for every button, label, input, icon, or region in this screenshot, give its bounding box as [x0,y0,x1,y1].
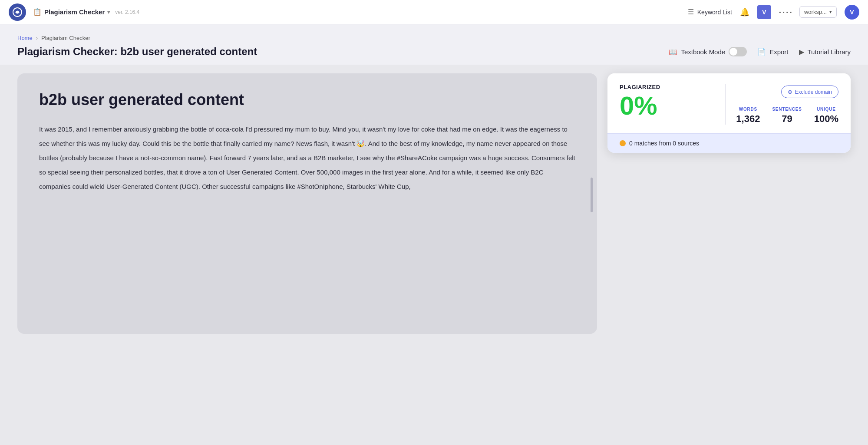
breadcrumb-home[interactable]: Home [17,35,33,41]
app-version: ver. 2.16.4 [115,9,139,15]
export-icon: 📄 [757,48,766,56]
results-top-section: PLAGIARIZED 0% ⊕ Exclude domain WORDS [607,73,851,133]
grid-icon-2: ▪ [782,9,784,15]
top-navigation: 📋 Plagiarism Checker ▾ ver. 2.16.4 ☰ Key… [0,0,868,24]
page-header: Home › Plagiarism Checker Plagiarism Che… [0,24,868,65]
breadcrumb: Home › Plagiarism Checker [17,35,851,41]
sentences-label: SENTENCES [772,107,802,112]
exclude-domain-icon: ⊕ [788,89,792,95]
matches-dot-icon [620,140,626,146]
grid-icon-4: ▪ [790,9,792,15]
page-title: Plagiarism Checker: b2b user generated c… [17,46,257,58]
user-avatar-circle[interactable]: V [845,5,859,20]
copy-icon: 📋 [33,8,42,16]
app-logo[interactable] [9,3,26,21]
textbook-mode-label: Textbook Mode [681,48,725,56]
matches-bar: 0 matches from 0 sources [607,133,851,153]
app-name-label: Plagiarism Checker [44,8,105,16]
workspace-button[interactable]: worksp... ▾ [799,6,837,18]
unique-value: 100% [814,113,838,125]
plagiarized-label: PLAGIARIZED [620,84,715,90]
plagiarized-percentage: 0% [620,93,715,119]
export-button[interactable]: 📄 Export [757,48,788,56]
page-title-actions: 📖 Textbook Mode 📄 Export ▶ Tutorial Libr… [669,47,851,56]
words-label: WORDS [736,107,760,112]
results-card: PLAGIARIZED 0% ⊕ Exclude domain WORDS [607,73,851,153]
tutorial-library-icon: ▶ [799,48,804,56]
app-chevron-icon: ▾ [107,9,110,15]
textbook-mode-icon: 📖 [669,48,677,56]
user-avatar-square[interactable]: V [757,5,771,19]
exclude-domain-label: Exclude domain [795,89,832,95]
document-panel: b2b user generated content It was 2015, … [17,73,597,334]
grid-icon-3: ▪ [786,9,788,15]
stat-words: WORDS 1,362 [736,107,760,125]
results-panel: PLAGIARIZED 0% ⊕ Exclude domain WORDS [607,73,851,153]
notification-icon[interactable]: 🔔 [740,7,749,17]
words-value: 1,362 [736,113,760,125]
workspace-label: worksp... [804,9,827,15]
tutorial-library-label: Tutorial Library [808,48,851,56]
breadcrumb-current: Plagiarism Checker [41,35,90,41]
sentences-value: 79 [772,113,802,125]
stats-section: WORDS 1,362 SENTENCES 79 UNIQUE 100% [736,103,838,125]
results-divider [725,84,726,125]
textbook-mode-toggle[interactable] [729,47,747,56]
textbook-mode-button[interactable]: 📖 Textbook Mode [669,47,747,56]
app-name-button[interactable]: 📋 Plagiarism Checker ▾ [33,8,110,16]
topnav-right-section: ☰ Keyword List 🔔 V ▪ ▪ ▪ ▪ worksp... ▾ V [688,5,859,20]
keyword-list-button[interactable]: ☰ Keyword List [688,8,732,16]
keyword-list-label: Keyword List [697,9,732,16]
export-label: Export [769,48,788,56]
main-content: b2b user generated content It was 2015, … [0,65,868,343]
stat-unique: UNIQUE 100% [814,107,838,125]
document-body[interactable]: It was 2015, and I remember anxiously gr… [39,122,575,194]
workspace-chevron-icon: ▾ [829,9,832,15]
breadcrumb-separator: › [36,35,38,41]
scroll-indicator[interactable] [591,178,593,212]
document-title: b2b user generated content [39,91,575,109]
keyword-list-icon: ☰ [688,8,694,16]
matches-text: 0 matches from 0 sources [629,140,699,147]
unique-label: UNIQUE [814,107,838,112]
tutorial-library-button[interactable]: ▶ Tutorial Library [799,48,851,56]
stat-sentences: SENTENCES 79 [772,107,802,125]
page-title-row: Plagiarism Checker: b2b user generated c… [17,46,851,58]
grid-icon-1: ▪ [779,9,781,15]
plagiarized-section: PLAGIARIZED 0% [620,84,715,125]
exclude-domain-button[interactable]: ⊕ Exclude domain [781,86,838,98]
